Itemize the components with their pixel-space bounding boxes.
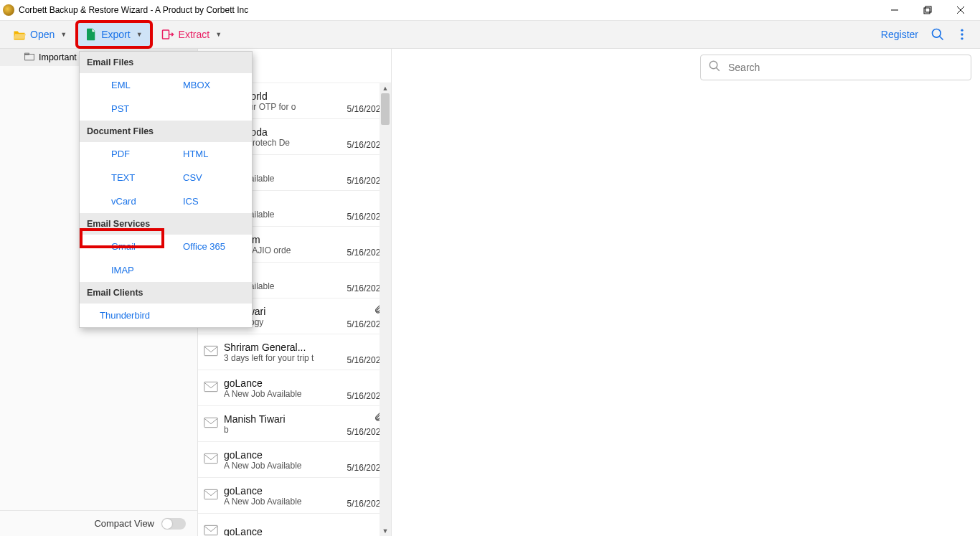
svg-rect-24 <box>204 489 217 499</box>
export-option-mbox[interactable]: MBOX <box>180 73 252 97</box>
envelope-icon <box>204 381 218 395</box>
svg-point-8 <box>961 29 963 32</box>
email-row[interactable]: Manish Tiwarib5/16/2021 <box>198 406 391 442</box>
dd-section-document-files: Document Files <box>80 121 252 142</box>
email-text: goLanceA New Job Available <box>224 485 341 507</box>
scroll-up-icon[interactable]: ▲ <box>380 83 391 93</box>
compact-view-label: Compact View <box>94 518 154 529</box>
export-option-imap[interactable]: IMAP <box>80 258 180 282</box>
email-date: 5/16/2021 <box>341 176 385 186</box>
email-date: 5/16/2021 <box>341 212 385 222</box>
email-subject: A New Job Available <box>224 497 341 507</box>
export-option-gmail[interactable]: Gmail <box>80 235 180 258</box>
email-date: 5/16/2021 <box>341 427 385 437</box>
preview-pane <box>392 49 980 536</box>
svg-rect-12 <box>25 53 29 55</box>
email-text: Shriram General...3 days left for your t… <box>224 342 341 363</box>
scroll-thumb[interactable] <box>381 93 390 125</box>
extract-label: Extract <box>179 29 210 40</box>
search-toolbar-icon[interactable] <box>925 22 950 47</box>
email-row[interactable]: goLanceA New Job Available5/16/2021 <box>198 478 391 514</box>
email-text: goLanceA New Job Available <box>224 449 341 471</box>
svg-point-26 <box>710 61 717 69</box>
search-icon <box>708 60 721 75</box>
folder-open-icon <box>13 29 26 40</box>
email-row[interactable]: goLanceA New Job Available5/16/2021 <box>198 370 391 406</box>
svg-rect-20 <box>204 346 217 355</box>
email-date: 5/16/2021 <box>341 104 385 114</box>
export-option-pdf[interactable]: PDF <box>80 142 180 166</box>
window-title: Corbett Backup & Restore Wizard - A Prod… <box>19 5 248 15</box>
file-export-icon <box>85 28 97 41</box>
search-input[interactable] <box>728 62 963 73</box>
email-row[interactable]: goLanceA New Job Available5/16/2021 <box>198 442 391 478</box>
email-from: Shriram General... <box>224 342 341 353</box>
window-controls <box>878 0 977 20</box>
email-row[interactable]: goLance <box>198 514 391 536</box>
svg-rect-22 <box>204 418 217 427</box>
minimize-button[interactable] <box>878 0 911 20</box>
export-option-eml[interactable]: EML <box>80 73 180 97</box>
email-date: 5/16/2021 <box>341 391 385 401</box>
extract-button[interactable]: Extract ▼ <box>154 23 230 46</box>
email-text: Manish Tiwarib <box>224 413 341 435</box>
svg-rect-21 <box>204 382 217 391</box>
folder-tree-pane: Important Email Files EML MBOX PST Docum… <box>0 49 198 536</box>
envelope-icon <box>204 489 218 503</box>
open-button[interactable]: Open ▼ <box>6 23 74 46</box>
envelope-icon <box>204 525 218 537</box>
scroll-down-icon[interactable]: ▼ <box>380 526 391 536</box>
export-option-office365[interactable]: Office 365 <box>180 235 252 258</box>
export-option-pst[interactable]: PST <box>80 97 180 121</box>
search-field[interactable] <box>700 55 971 80</box>
export-label: Export <box>101 29 130 40</box>
caret-down-icon: ▼ <box>136 31 143 38</box>
svg-rect-2 <box>925 6 931 12</box>
export-option-vcard[interactable]: vCard <box>80 189 180 213</box>
svg-rect-25 <box>204 525 217 535</box>
open-label: Open <box>30 29 55 40</box>
scrollbar[interactable]: ▲ ▼ <box>380 83 391 536</box>
register-link[interactable]: Register <box>874 29 925 40</box>
export-option-html[interactable]: HTML <box>180 142 252 166</box>
kebab-menu-icon[interactable] <box>950 22 974 47</box>
email-from: goLance <box>224 377 341 389</box>
svg-rect-5 <box>162 30 169 39</box>
dd-section-email-services: Email Services <box>80 213 252 235</box>
app-icon <box>3 4 14 16</box>
caret-down-icon: ▼ <box>215 31 222 38</box>
email-row[interactable]: Shriram General...3 days left for your t… <box>198 334 391 370</box>
envelope-icon <box>204 417 218 431</box>
email-date: 5/16/2021 <box>341 355 385 365</box>
email-date: 5/16/2021 <box>341 499 385 509</box>
svg-point-6 <box>933 29 941 38</box>
close-button[interactable] <box>944 0 977 20</box>
svg-point-10 <box>961 37 963 39</box>
export-button[interactable]: Export ▼ <box>78 23 149 46</box>
toolbar: Open ▼ Export ▼ Extract ▼ Register <box>0 20 980 49</box>
export-option-csv[interactable]: CSV <box>180 166 252 189</box>
email-from: Manish Tiwari <box>224 413 341 425</box>
email-date: 5/16/2021 <box>341 140 385 150</box>
email-text: goLance <box>224 526 341 537</box>
envelope-icon <box>204 453 218 467</box>
folder-icon <box>24 52 34 63</box>
email-from: goLance <box>224 485 341 497</box>
email-subject: A New Job Available <box>224 461 341 471</box>
export-option-thunderbird[interactable]: Thunderbird <box>80 304 174 327</box>
maximize-button[interactable] <box>911 0 944 20</box>
envelope-icon <box>204 345 218 359</box>
tree-item-label: Important <box>39 52 77 62</box>
export-dropdown: Email Files EML MBOX PST Document Files … <box>79 51 253 328</box>
compact-view-toggle[interactable] <box>161 518 186 530</box>
email-subject: b <box>224 425 341 435</box>
export-option-text[interactable]: TEXT <box>80 166 180 189</box>
svg-rect-1 <box>924 8 930 14</box>
extract-icon <box>161 29 174 40</box>
email-date: 5/16/2021 <box>341 283 385 293</box>
svg-rect-11 <box>25 54 34 60</box>
email-date: 5/16/2021 <box>341 319 385 329</box>
export-option-ics[interactable]: ICS <box>180 189 252 213</box>
email-date: 5/16/2021 <box>341 248 385 258</box>
caret-down-icon: ▼ <box>60 31 67 38</box>
